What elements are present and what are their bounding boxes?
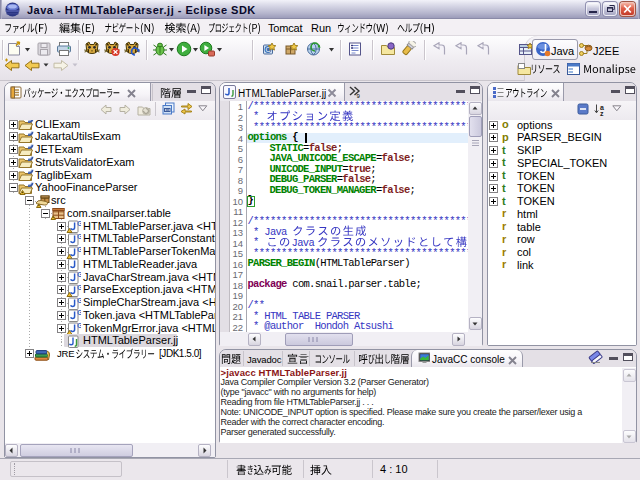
svg-text:9: 9	[357, 93, 361, 99]
svg-text:G: G	[77, 220, 81, 227]
svg-text:G: G	[77, 322, 81, 329]
svg-text:G: G	[77, 246, 81, 253]
svg-text:G: G	[77, 309, 81, 316]
svg-text:z: z	[600, 110, 604, 117]
svg-text:G: G	[77, 284, 81, 291]
svg-text:G: G	[77, 297, 81, 304]
svg-text:G: G	[77, 271, 81, 278]
svg-text:G: G	[77, 233, 81, 240]
